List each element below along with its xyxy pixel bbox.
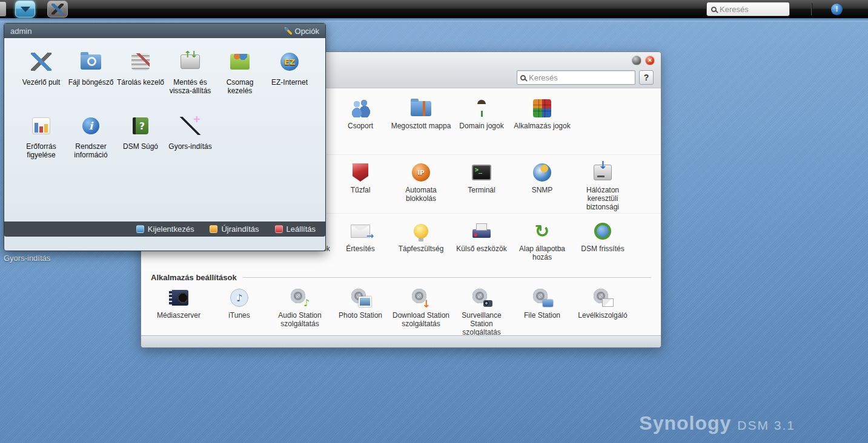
- cp-item-automata-blokkolas[interactable]: Automata blokkolás: [391, 161, 451, 213]
- terminal-icon: [472, 165, 491, 180]
- audio-station-icon: [290, 289, 310, 307]
- desktop: Gyors-indítás Synology DSM 3.1 × ? Cs: [0, 0, 868, 443]
- cp-item-alap-allapotba-hozas[interactable]: Alap állapotba hozás: [512, 220, 572, 267]
- section-title: Alkalmazás beállítások: [151, 273, 237, 282]
- power-icon: [414, 224, 428, 238]
- application-privileges-icon: [533, 99, 551, 117]
- mail-server-icon: [592, 289, 613, 307]
- snmp-icon: [533, 163, 551, 182]
- restart-icon: [210, 225, 217, 233]
- cp-item-surveillance-station[interactable]: Surveillance Station szolgáltatás: [451, 286, 512, 336]
- menu-item-eroforras-figyelese[interactable]: Erőforrás figyelése: [16, 112, 66, 170]
- session-actions-bar: Kijelentkezés Újraindítás Leállítás: [4, 221, 325, 237]
- download-station-icon: [411, 289, 431, 307]
- logout-icon: [136, 225, 144, 233]
- backup-restore-icon: [181, 54, 200, 69]
- cp-item-file-station[interactable]: File Station: [512, 286, 572, 336]
- cp-item-halozaton-keresztuli[interactable]: Hálózaton keresztüli biztonsági: [572, 161, 633, 213]
- menu-item-csomag-kezeles[interactable]: Csomag kezelés: [215, 48, 265, 106]
- cp-item-terminal[interactable]: Terminál: [451, 161, 512, 213]
- username: admin: [10, 27, 31, 36]
- window-footer: [141, 335, 661, 347]
- media-server-icon: [169, 290, 188, 306]
- user-panel-header: admin Opciók: [4, 24, 325, 38]
- cp-item-dsm-frissites[interactable]: DSM frissítés: [572, 220, 633, 267]
- taskbar-search-input[interactable]: [720, 5, 785, 14]
- restore-defaults-icon: [533, 222, 551, 240]
- surveillance-station-icon: [471, 289, 492, 307]
- photo-station-icon: [350, 289, 371, 307]
- cp-item-tapfeszultseg[interactable]: Tápfeszültség: [391, 220, 451, 267]
- chevron-down-icon: [21, 7, 30, 12]
- shutdown-icon: [275, 225, 283, 233]
- pilot-info-icon[interactable]: !: [831, 4, 843, 15]
- search-icon: [711, 7, 717, 12]
- dsm-update-icon: [594, 223, 611, 240]
- user-menu-panel: admin Opciók Vezérlő pult Fájl böngésző …: [4, 23, 326, 251]
- desktop-shortcut-label[interactable]: Gyors-indítás: [4, 254, 50, 263]
- menu-item-tarolas-kezelo[interactable]: Tárolás kezelő: [116, 48, 165, 106]
- dsm-version: DSM 3.1: [737, 418, 795, 433]
- search-icon: [520, 75, 526, 80]
- menu-item-rendszer-informacio[interactable]: Rendszer információ: [66, 112, 116, 170]
- minimize-button[interactable]: [632, 56, 641, 65]
- group-icon: [350, 99, 371, 117]
- menu-item-fajl-bongeszo[interactable]: Fájl böngésző: [66, 48, 116, 106]
- taskbar-divider: [811, 3, 812, 15]
- cp-item-ertesites[interactable]: Értesítés: [330, 220, 391, 267]
- window-search-box[interactable]: [517, 70, 635, 85]
- taskbar-search-box[interactable]: [707, 2, 789, 16]
- system-info-icon: [82, 117, 99, 134]
- section-divider: [243, 277, 651, 278]
- notification-icon: [351, 225, 370, 238]
- package-management-icon: [230, 54, 250, 70]
- taskbar-edge-button[interactable]: [0, 2, 6, 16]
- app-settings-row: Médiaszerver iTunes Audio Station szolgá…: [141, 283, 661, 336]
- shutdown-button[interactable]: Leállítás: [275, 225, 316, 234]
- auto-block-icon: [412, 163, 430, 182]
- domain-privileges-icon: [472, 99, 491, 117]
- window-search-input[interactable]: [529, 73, 632, 82]
- resource-monitor-icon: [32, 117, 50, 134]
- tools-button[interactable]: [47, 1, 68, 18]
- menu-item-ez-internet[interactable]: EZ-Internet: [265, 48, 314, 106]
- menu-item-gyors-inditas[interactable]: Gyors-indítás: [165, 112, 215, 170]
- quick-start-icon: [180, 117, 200, 135]
- menu-item-dsm-sugo[interactable]: DSM Súgó: [116, 112, 165, 170]
- itunes-icon: [230, 289, 248, 307]
- restart-button[interactable]: Újraindítás: [210, 225, 259, 234]
- taskbar: !: [0, 0, 868, 18]
- cp-item-tuzfal[interactable]: Tűzfal: [330, 161, 391, 213]
- external-devices-icon: [472, 223, 491, 239]
- menu-item-vezerlo-pult[interactable]: Vezérlő pult: [16, 48, 66, 106]
- file-station-icon: [532, 289, 552, 307]
- desktop-top-strip: [0, 18, 868, 22]
- cp-item-csoport[interactable]: Csoport: [330, 97, 391, 154]
- cp-item-levelkiszolgalo[interactable]: Levélkiszolgáló: [572, 286, 633, 336]
- help-button[interactable]: ?: [639, 70, 654, 85]
- user-panel-body: Vezérlő pult Fájl böngésző Tárolás kezel…: [4, 38, 325, 237]
- main-menu-button[interactable]: [15, 1, 35, 18]
- cp-item-photo-station[interactable]: Photo Station: [330, 286, 391, 336]
- cp-item-domain-jogok[interactable]: Domain jogok: [451, 97, 512, 154]
- options-link[interactable]: Opciók: [285, 27, 319, 36]
- file-browser-icon: [81, 54, 101, 70]
- dsm-watermark: Synology DSM 3.1: [639, 412, 795, 435]
- cp-item-alkalmazas-jogok[interactable]: Alkalmazás jogok: [512, 97, 572, 154]
- close-button[interactable]: ×: [645, 56, 655, 65]
- cp-item-megosztott-mappa[interactable]: Megosztott mappa: [391, 97, 451, 154]
- cp-item-kulso-eszkozok[interactable]: Külső eszközök: [451, 220, 512, 267]
- menu-item-mentes-es-visszaallitas[interactable]: Mentés és vissza-állítás: [165, 48, 215, 106]
- control-panel-icon: [31, 53, 51, 71]
- firewall-icon: [353, 163, 368, 182]
- shared-folder-icon: [411, 101, 431, 116]
- brand-logo: Synology: [639, 412, 731, 435]
- cp-item-download-station[interactable]: Download Station szolgáltatás: [391, 286, 451, 336]
- cp-item-snmp[interactable]: SNMP: [512, 161, 572, 213]
- logout-button[interactable]: Kijelentkezés: [136, 225, 194, 234]
- options-wrench-icon: [285, 27, 292, 34]
- cp-item-mediaszerver[interactable]: Médiaszerver: [148, 286, 209, 336]
- cp-item-itunes[interactable]: iTunes: [209, 286, 270, 336]
- cp-item-audio-station[interactable]: Audio Station szolgáltatás: [270, 286, 330, 336]
- ez-internet-icon: [280, 53, 299, 71]
